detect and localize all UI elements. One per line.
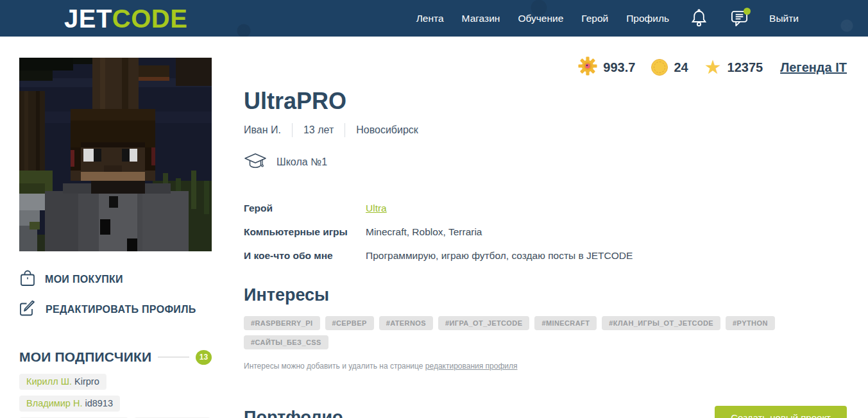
avatar: [19, 58, 212, 251]
subscribers-count-badge: 13: [196, 350, 212, 365]
interest-tag[interactable]: #СЕРВЕР: [325, 316, 374, 330]
sidebar-actions: МОИ ПОКУПКИ РЕДАКТИРОВАТЬ ПРОФИЛЬ: [19, 269, 212, 319]
subscriber-chip[interactable]: Кирилл Ш. Kirpro: [19, 374, 106, 390]
field-label: Компьютерные игры: [244, 226, 366, 238]
energy-stat: 993.7: [578, 56, 635, 78]
edit-icon: [19, 299, 37, 319]
subscriber-chip[interactable]: Владимир Н. id8913: [19, 396, 120, 412]
edit-profile-button[interactable]: РЕДАКТИРОВАТЬ ПРОФИЛЬ: [19, 299, 212, 319]
graduation-cap-icon: [244, 153, 267, 172]
interest-tags: #RASPBERRY_PI #СЕРВЕР #ATERNOS #ИГРА_ОТ_…: [244, 316, 847, 349]
chat-icon[interactable]: [731, 9, 749, 28]
star-icon: ★: [704, 59, 722, 76]
subscriber-name: Владимир Н.: [26, 398, 82, 408]
interests-title: Интересы: [244, 285, 847, 305]
subscribers-list: Кирилл Ш. Kirpro Владимир Н. id8913 Конс…: [19, 374, 212, 418]
divider: [345, 123, 345, 137]
table-row-hero: Герой Ultra: [244, 202, 847, 215]
gear-icon: [578, 56, 597, 78]
profile-nickname: UltraPRO: [244, 88, 847, 115]
jetcode-logo[interactable]: JETCODE: [64, 6, 187, 31]
subscriber-username: Kirpro: [74, 376, 99, 387]
field-label: И кое-что обо мне: [244, 249, 366, 262]
nav-item-feed[interactable]: Лента: [416, 13, 444, 24]
create-project-button[interactable]: Создать новый проект: [715, 406, 847, 418]
nav-item-profile[interactable]: Профиль: [626, 13, 669, 24]
bell-icon[interactable]: [690, 9, 708, 28]
stars-stat: ★ 12375: [704, 59, 763, 76]
nav-item-learning[interactable]: Обучение: [518, 13, 563, 24]
stars-value: 12375: [728, 60, 763, 75]
hero-link[interactable]: Ultra: [366, 202, 387, 215]
energy-value: 993.7: [603, 60, 635, 75]
divider-line: [158, 356, 189, 358]
profile-age: 13 лет: [303, 124, 334, 136]
nav-menu: Лента Магазин Обучение Герой Профиль Вый…: [416, 9, 799, 28]
interest-tag[interactable]: #PYTHON: [726, 316, 775, 330]
field-value: Minecraft, Roblox, Terraria: [366, 226, 482, 238]
table-row-about: И кое-что обо мне Программирую, играю фу…: [244, 249, 847, 262]
interest-tag[interactable]: #КЛАН_ИГРЫ_ОТ_JETCODE: [602, 316, 720, 330]
profile-city: Новосибирск: [356, 124, 418, 136]
school-name: Школа №1: [277, 156, 327, 168]
profile-meta: Иван И. 13 лет Новосибирск: [244, 123, 847, 137]
logo-jet: JET: [64, 4, 112, 33]
page-body: МОИ ПОКУПКИ РЕДАКТИРОВАТЬ ПРОФИЛЬ МОИ ПО…: [0, 37, 868, 418]
interest-tag[interactable]: #ATERNOS: [379, 316, 433, 330]
stats-row: 993.7 24 ★ 12375 Легенда IT: [244, 56, 847, 78]
interest-tag[interactable]: #RASPBERRY_PI: [244, 316, 320, 330]
edit-profile-link[interactable]: редактирования профиля: [425, 362, 518, 371]
profile-name: Иван И.: [244, 124, 281, 136]
profile-sidebar: МОИ ПОКУПКИ РЕДАКТИРОВАТЬ ПРОФИЛЬ МОИ ПО…: [19, 58, 212, 418]
portfolio-title: Портфолио: [244, 408, 343, 418]
interest-tag[interactable]: #MINECRAFT: [534, 316, 597, 330]
my-purchases-button[interactable]: МОИ ПОКУПКИ: [19, 269, 212, 290]
top-navbar: JETCODE Лента Магазин Обучение Герой Про…: [0, 0, 868, 37]
coins-value: 24: [674, 60, 688, 75]
logo-code: CODE: [112, 4, 188, 33]
logout-link[interactable]: Выйти: [769, 13, 799, 24]
profile-main: 993.7 24 ★ 12375 Легенда IT UltraPRO Ива…: [244, 58, 847, 418]
note-text: Интересы можно добавить и удалить на стр…: [244, 362, 425, 371]
shopping-bag-icon: [19, 269, 36, 290]
subscribers-title: МОИ ПОДПИСЧИКИ: [19, 349, 151, 365]
nav-item-shop[interactable]: Магазин: [462, 13, 500, 24]
edit-profile-label: РЕДАКТИРОВАТЬ ПРОФИЛЬ: [46, 304, 196, 315]
subscriber-name: Кирилл Ш.: [26, 376, 72, 387]
interest-tag[interactable]: #САЙТЫ_БЕЗ_CSS: [244, 335, 328, 349]
subscriber-username: id8913: [85, 398, 113, 408]
portfolio-header: Портфолио Создать новый проект: [244, 406, 847, 418]
coins-stat: 24: [651, 59, 688, 76]
school-row: Школа №1: [244, 153, 847, 172]
field-value: Программирую, играю футбол, создаю посты…: [366, 249, 633, 262]
interests-note: Интересы можно добавить и удалить на стр…: [244, 362, 847, 371]
nav-item-hero[interactable]: Герой: [581, 13, 608, 24]
chat-notification-dot: [744, 8, 751, 15]
subscribers-header: МОИ ПОДПИСЧИКИ 13: [19, 349, 212, 365]
coin-icon: [651, 59, 668, 76]
interest-tag[interactable]: #ИГРА_ОТ_JETCODE: [438, 316, 529, 330]
rank-link[interactable]: Легенда IT: [780, 60, 847, 75]
divider: [292, 123, 293, 137]
table-row-games: Компьютерные игры Minecraft, Roblox, Ter…: [244, 226, 847, 238]
my-purchases-label: МОИ ПОКУПКИ: [45, 274, 123, 285]
about-table: Герой Ultra Компьютерные игры Minecraft,…: [244, 202, 847, 262]
field-label: Герой: [244, 202, 366, 215]
